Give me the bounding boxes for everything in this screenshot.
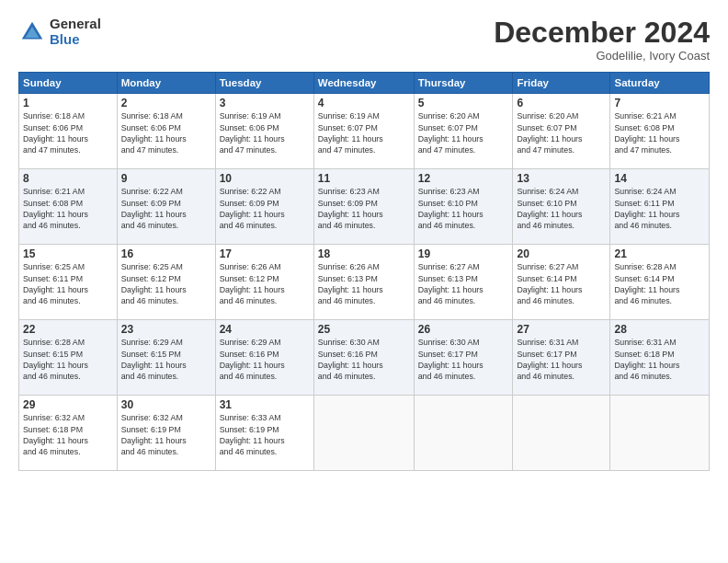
day-number: 11 xyxy=(318,172,410,185)
day-number: 18 xyxy=(318,247,410,260)
logo: General Blue xyxy=(18,17,101,47)
calendar-cell-empty xyxy=(513,396,610,471)
title-area: December 2024 Godelilie, Ivory Coast xyxy=(494,17,710,63)
day-info: Sunrise: 6:28 AMSunset: 6:14 PMDaylight:… xyxy=(614,262,679,305)
day-number: 1 xyxy=(23,97,113,109)
logo-blue: Blue xyxy=(50,32,101,48)
calendar-cell-15: 15Sunrise: 6:25 AMSunset: 6:11 PMDayligh… xyxy=(19,245,118,320)
calendar-cell-5: 5Sunrise: 6:20 AMSunset: 6:07 PMDaylight… xyxy=(414,94,513,169)
day-number: 13 xyxy=(517,172,606,185)
calendar-cell-14: 14Sunrise: 6:24 AMSunset: 6:11 PMDayligh… xyxy=(610,169,710,245)
day-number: 22 xyxy=(23,323,113,336)
col-wednesday: Wednesday xyxy=(313,73,414,94)
calendar-cell-7: 7Sunrise: 6:21 AMSunset: 6:08 PMDaylight… xyxy=(610,94,710,169)
col-sunday: Sunday xyxy=(19,73,118,94)
calendar-cell-21: 21Sunrise: 6:28 AMSunset: 6:14 PMDayligh… xyxy=(610,245,710,320)
day-number: 10 xyxy=(220,172,310,185)
day-info: Sunrise: 6:18 AMSunset: 6:06 PMDaylight:… xyxy=(23,111,88,155)
col-saturday: Saturday xyxy=(610,73,710,94)
calendar-week-5: 29Sunrise: 6:32 AMSunset: 6:18 PMDayligh… xyxy=(19,396,710,471)
calendar-header-row: Sunday Monday Tuesday Wednesday Thursday… xyxy=(19,73,710,94)
col-thursday: Thursday xyxy=(414,73,513,94)
day-number: 24 xyxy=(220,323,310,336)
calendar-cell-20: 20Sunrise: 6:27 AMSunset: 6:14 PMDayligh… xyxy=(513,245,610,320)
day-info: Sunrise: 6:27 AMSunset: 6:14 PMDaylight:… xyxy=(517,262,582,305)
day-number: 5 xyxy=(418,97,509,109)
day-info: Sunrise: 6:29 AMSunset: 6:16 PMDaylight:… xyxy=(220,338,285,381)
logo-text: General Blue xyxy=(50,17,101,47)
day-info: Sunrise: 6:21 AMSunset: 6:08 PMDaylight:… xyxy=(23,187,88,230)
day-info: Sunrise: 6:31 AMSunset: 6:18 PMDaylight:… xyxy=(614,338,679,381)
calendar-cell-6: 6Sunrise: 6:20 AMSunset: 6:07 PMDaylight… xyxy=(513,94,610,169)
day-number: 28 xyxy=(614,323,705,336)
day-number: 7 xyxy=(614,97,705,109)
calendar-week-4: 22Sunrise: 6:28 AMSunset: 6:15 PMDayligh… xyxy=(19,320,710,396)
day-number: 29 xyxy=(23,398,113,411)
calendar-cell-29: 29Sunrise: 6:32 AMSunset: 6:18 PMDayligh… xyxy=(19,396,118,471)
calendar-week-3: 15Sunrise: 6:25 AMSunset: 6:11 PMDayligh… xyxy=(19,245,710,320)
calendar-cell-19: 19Sunrise: 6:27 AMSunset: 6:13 PMDayligh… xyxy=(414,245,513,320)
day-info: Sunrise: 6:25 AMSunset: 6:12 PMDaylight:… xyxy=(121,262,187,305)
calendar-cell-2: 2Sunrise: 6:18 AMSunset: 6:06 PMDaylight… xyxy=(117,94,215,169)
calendar-cell-31: 31Sunrise: 6:33 AMSunset: 6:19 PMDayligh… xyxy=(215,396,313,471)
logo-icon xyxy=(18,18,46,46)
day-info: Sunrise: 6:25 AMSunset: 6:11 PMDaylight:… xyxy=(23,262,88,305)
day-info: Sunrise: 6:23 AMSunset: 6:09 PMDaylight:… xyxy=(318,187,383,230)
day-number: 8 xyxy=(23,172,113,185)
day-info: Sunrise: 6:26 AMSunset: 6:12 PMDaylight:… xyxy=(220,262,285,305)
day-number: 6 xyxy=(517,97,606,109)
calendar-cell-12: 12Sunrise: 6:23 AMSunset: 6:10 PMDayligh… xyxy=(414,169,513,245)
calendar-cell-1: 1Sunrise: 6:18 AMSunset: 6:06 PMDaylight… xyxy=(19,94,118,169)
day-info: Sunrise: 6:27 AMSunset: 6:13 PMDaylight:… xyxy=(418,262,483,305)
day-info: Sunrise: 6:29 AMSunset: 6:15 PMDaylight:… xyxy=(121,338,187,381)
day-info: Sunrise: 6:20 AMSunset: 6:07 PMDaylight:… xyxy=(418,111,483,155)
calendar-cell-empty xyxy=(610,396,710,471)
calendar-week-2: 8Sunrise: 6:21 AMSunset: 6:08 PMDaylight… xyxy=(19,169,710,245)
day-info: Sunrise: 6:30 AMSunset: 6:17 PMDaylight:… xyxy=(418,338,483,381)
day-number: 4 xyxy=(318,97,410,109)
calendar-cell-30: 30Sunrise: 6:32 AMSunset: 6:19 PMDayligh… xyxy=(117,396,215,471)
day-info: Sunrise: 6:23 AMSunset: 6:10 PMDaylight:… xyxy=(418,187,483,230)
day-number: 26 xyxy=(418,323,509,336)
calendar-cell-28: 28Sunrise: 6:31 AMSunset: 6:18 PMDayligh… xyxy=(610,320,710,396)
day-number: 19 xyxy=(418,247,509,260)
calendar-cell-24: 24Sunrise: 6:29 AMSunset: 6:16 PMDayligh… xyxy=(215,320,313,396)
day-number: 17 xyxy=(220,247,310,260)
day-number: 16 xyxy=(121,247,211,260)
day-info: Sunrise: 6:20 AMSunset: 6:07 PMDaylight:… xyxy=(517,111,582,155)
calendar-cell-9: 9Sunrise: 6:22 AMSunset: 6:09 PMDaylight… xyxy=(117,169,215,245)
day-info: Sunrise: 6:32 AMSunset: 6:18 PMDaylight:… xyxy=(23,413,88,456)
col-monday: Monday xyxy=(117,73,215,94)
day-number: 21 xyxy=(614,247,705,260)
day-number: 31 xyxy=(220,398,310,411)
day-number: 9 xyxy=(121,172,211,185)
col-friday: Friday xyxy=(513,73,610,94)
calendar-cell-empty xyxy=(414,396,513,471)
day-info: Sunrise: 6:18 AMSunset: 6:06 PMDaylight:… xyxy=(121,111,187,155)
calendar-cell-3: 3Sunrise: 6:19 AMSunset: 6:06 PMDaylight… xyxy=(215,94,313,169)
calendar-cell-25: 25Sunrise: 6:30 AMSunset: 6:16 PMDayligh… xyxy=(313,320,414,396)
col-tuesday: Tuesday xyxy=(215,73,313,94)
day-info: Sunrise: 6:22 AMSunset: 6:09 PMDaylight:… xyxy=(220,187,285,230)
calendar-cell-4: 4Sunrise: 6:19 AMSunset: 6:07 PMDaylight… xyxy=(313,94,414,169)
day-info: Sunrise: 6:31 AMSunset: 6:17 PMDaylight:… xyxy=(517,338,582,381)
calendar: Sunday Monday Tuesday Wednesday Thursday… xyxy=(18,72,710,471)
calendar-cell-23: 23Sunrise: 6:29 AMSunset: 6:15 PMDayligh… xyxy=(117,320,215,396)
calendar-cell-8: 8Sunrise: 6:21 AMSunset: 6:08 PMDaylight… xyxy=(19,169,118,245)
month-title: December 2024 xyxy=(494,17,710,49)
day-info: Sunrise: 6:32 AMSunset: 6:19 PMDaylight:… xyxy=(121,413,187,456)
page: General Blue December 2024 Godelilie, Iv… xyxy=(0,0,728,563)
day-number: 15 xyxy=(23,247,113,260)
day-number: 12 xyxy=(418,172,509,185)
calendar-cell-18: 18Sunrise: 6:26 AMSunset: 6:13 PMDayligh… xyxy=(313,245,414,320)
day-info: Sunrise: 6:33 AMSunset: 6:19 PMDaylight:… xyxy=(220,413,285,456)
header: General Blue December 2024 Godelilie, Iv… xyxy=(18,17,710,63)
day-info: Sunrise: 6:19 AMSunset: 6:06 PMDaylight:… xyxy=(220,111,285,155)
calendar-cell-27: 27Sunrise: 6:31 AMSunset: 6:17 PMDayligh… xyxy=(513,320,610,396)
day-number: 2 xyxy=(121,97,211,109)
day-info: Sunrise: 6:30 AMSunset: 6:16 PMDaylight:… xyxy=(318,338,383,381)
calendar-cell-16: 16Sunrise: 6:25 AMSunset: 6:12 PMDayligh… xyxy=(117,245,215,320)
day-number: 30 xyxy=(121,398,211,411)
day-number: 14 xyxy=(614,172,705,185)
day-number: 23 xyxy=(121,323,211,336)
